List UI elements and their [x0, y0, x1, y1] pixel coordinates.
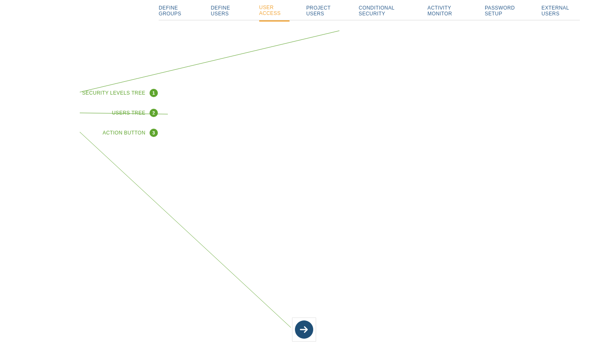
tab-define-users[interactable]: DEFINE USERS	[211, 5, 242, 21]
tab-define-groups[interactable]: DEFINE GROUPS	[159, 5, 194, 21]
tab-conditional-security[interactable]: CONDITIONAL SECURITY	[359, 5, 411, 21]
tab-activity-monitor[interactable]: ACTIVITY MONITOR	[427, 5, 468, 21]
tab-project-users[interactable]: PROJECT USERS	[306, 5, 342, 21]
tab-external-users[interactable]: EXTERNAL USERS	[542, 5, 580, 21]
tab-user-access[interactable]: USER ACCESS	[259, 5, 290, 22]
tab-password-setup[interactable]: PASSWORD SETUP	[485, 5, 525, 21]
main-tabs: DEFINE GROUPSDEFINE USERSUSER ACCESSPROJ…	[159, 3, 580, 20]
